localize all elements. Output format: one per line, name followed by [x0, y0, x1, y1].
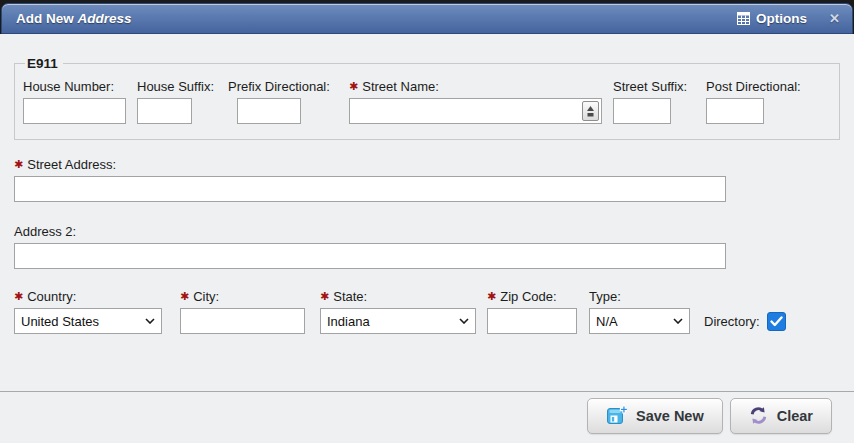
e911-fieldset: E911 House Number: House Suffix: Prefix … — [14, 56, 840, 140]
options-button[interactable]: Options — [737, 11, 807, 26]
dialog-titlebar: Add New Address Options ✕ — [1, 3, 853, 34]
country-value: United States — [21, 314, 141, 329]
type-label: Type: — [589, 289, 690, 304]
e911-row: House Number: House Suffix: Prefix Direc… — [23, 79, 831, 124]
street-name-label: ✱Street Name: — [349, 79, 602, 94]
street-name-lookup-icon[interactable] — [582, 101, 599, 121]
e911-legend: E911 — [25, 56, 63, 71]
street-name-combobox — [349, 98, 602, 124]
locale-row: ✱Country: United States ✱City: ✱State: I… — [14, 289, 840, 334]
close-icon[interactable]: ✕ — [829, 12, 840, 25]
chevron-down-icon — [459, 318, 469, 324]
required-marker: ✱ — [349, 80, 358, 92]
street-address-field: ✱Street Address: — [14, 157, 840, 202]
state-field: ✱State: Indiana — [320, 289, 478, 334]
chevron-down-icon — [145, 318, 155, 324]
street-suffix-field: Street Suffix: — [613, 79, 695, 124]
address2-field: Address 2: — [14, 224, 840, 269]
dialog-title-prefix: Add New — [16, 11, 74, 26]
required-marker: ✱ — [487, 290, 496, 302]
prefix-directional-label: Prefix Directional: — [228, 79, 338, 94]
zip-code-input[interactable] — [487, 308, 577, 334]
refresh-icon — [749, 406, 768, 425]
prefix-directional-field: Prefix Directional: — [228, 79, 338, 124]
street-name-input[interactable] — [349, 98, 602, 124]
clear-label: Clear — [777, 408, 813, 424]
dialog-body: E911 House Number: House Suffix: Prefix … — [0, 34, 854, 391]
street-address-input[interactable] — [14, 176, 726, 202]
address2-input[interactable] — [14, 243, 726, 269]
post-directional-label: Post Directional: — [706, 79, 804, 94]
house-suffix-field: House Suffix: — [137, 79, 217, 124]
options-grid-icon — [737, 12, 750, 25]
type-select[interactable]: N/A — [589, 308, 690, 334]
save-icon — [606, 405, 627, 426]
house-suffix-label: House Suffix: — [137, 79, 217, 94]
post-directional-field: Post Directional: — [706, 79, 804, 124]
street-address-label: ✱Street Address: — [14, 157, 840, 172]
zip-code-label: ✱Zip Code: — [487, 289, 577, 304]
required-marker: ✱ — [14, 158, 23, 170]
state-value: Indiana — [327, 314, 455, 329]
house-suffix-input[interactable] — [137, 98, 192, 124]
required-marker: ✱ — [180, 290, 189, 302]
required-marker: ✱ — [14, 290, 23, 302]
zip-code-field: ✱Zip Code: — [487, 289, 577, 334]
directory-field: Directory: — [704, 312, 786, 331]
city-label: ✱City: — [180, 289, 305, 304]
city-field: ✱City: — [180, 289, 305, 334]
street-name-field: ✱Street Name: — [349, 79, 602, 124]
options-label: Options — [756, 11, 807, 26]
directory-checkbox[interactable] — [767, 312, 786, 331]
directory-label: Directory: — [704, 314, 760, 329]
prefix-directional-input[interactable] — [237, 98, 301, 124]
street-suffix-label: Street Suffix: — [613, 79, 695, 94]
save-new-label: Save New — [636, 408, 704, 424]
clear-button[interactable]: Clear — [730, 398, 832, 434]
house-number-label: House Number: — [23, 79, 126, 94]
street-suffix-input[interactable] — [613, 98, 671, 124]
house-number-input[interactable] — [23, 98, 126, 124]
country-select[interactable]: United States — [14, 308, 162, 334]
required-marker: ✱ — [320, 290, 329, 302]
state-select[interactable]: Indiana — [320, 308, 476, 334]
dialog-footer: Save New Clear — [0, 391, 854, 443]
country-label: ✱Country: — [14, 289, 164, 304]
type-value: N/A — [596, 314, 669, 329]
address2-label: Address 2: — [14, 224, 840, 239]
dialog-title-emphasis: Address — [78, 11, 132, 26]
state-label: ✱State: — [320, 289, 478, 304]
dialog-title: Add New Address — [16, 11, 132, 26]
house-number-field: House Number: — [23, 79, 126, 124]
chevron-down-icon — [673, 318, 683, 324]
country-field: ✱Country: United States — [14, 289, 164, 334]
city-input[interactable] — [180, 308, 305, 334]
save-new-button[interactable]: Save New — [587, 398, 723, 434]
post-directional-input[interactable] — [706, 98, 764, 124]
type-field: Type: N/A — [589, 289, 690, 334]
